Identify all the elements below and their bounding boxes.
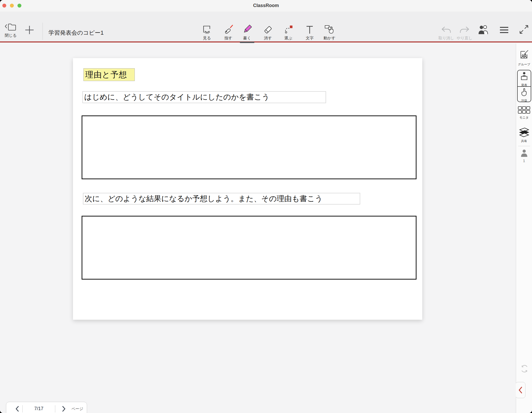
- fullscreen-button[interactable]: [519, 25, 529, 34]
- tool-point-button[interactable]: 指す: [218, 23, 238, 41]
- previous-page-button[interactable]: [14, 405, 21, 412]
- prompt-textbox-1[interactable]: はじめに、どうしてそのタイトルにしたのかを書こう: [82, 91, 326, 103]
- tool-select-label: 選ぶ: [278, 36, 298, 41]
- app-window: ClassRoom 閉じる 学習発表会のコピー1: [0, 0, 532, 413]
- toolbar: 閉じる 学習発表会のコピー1 見る: [0, 12, 532, 42]
- page-indicator: 7/17: [25, 406, 53, 411]
- tool-text-button[interactable]: 文字: [300, 23, 320, 41]
- layers-share-icon: [518, 127, 530, 138]
- move-hand-icon: [324, 24, 335, 35]
- red-chevron-left-icon: [517, 386, 524, 394]
- redo-button[interactable]: やり直し: [455, 23, 474, 41]
- redo-icon: [459, 26, 470, 35]
- view-eye-icon: [202, 24, 212, 35]
- tool-view-label: 見る: [197, 36, 217, 41]
- tool-select-button[interactable]: 選ぶ: [278, 23, 298, 41]
- participant-count-value: 1: [516, 159, 532, 163]
- page-heading-highlighted[interactable]: 理由と予想: [83, 68, 135, 81]
- undo-icon: [441, 26, 452, 35]
- expand-arrows-icon: [519, 25, 529, 34]
- sidebar-group-label: グループ: [516, 63, 532, 66]
- plus-icon: [24, 25, 35, 35]
- tool-write-label: 書く: [237, 36, 257, 41]
- pager-label: ページ: [71, 406, 83, 411]
- chevron-right-icon: [61, 405, 66, 412]
- eraser-icon: [262, 24, 273, 35]
- toolbar-divider: [42, 23, 43, 40]
- worksheet-page[interactable]: 理由と予想 はじめに、どうしてそのタイトルにしたのかを書こう 次に、どのような結…: [73, 58, 422, 320]
- participants-button[interactable]: [478, 25, 490, 35]
- answer-box-2[interactable]: [82, 216, 417, 280]
- participant-person-icon: [520, 149, 528, 157]
- menu-button[interactable]: [499, 26, 509, 34]
- right-sidebar: グループ 発表 注目: [516, 44, 532, 413]
- pager-divider-right: [55, 405, 55, 412]
- presenter-icon: [519, 71, 529, 82]
- sidebar-divider: [518, 146, 530, 146]
- tool-point-label: 指す: [218, 36, 238, 41]
- tool-move-button[interactable]: 動かす: [320, 23, 339, 41]
- refresh-icon: [520, 364, 529, 373]
- collapse-panel-tab[interactable]: [515, 382, 525, 398]
- pencil-icon: [242, 24, 253, 35]
- sidebar-share-label: 共有: [516, 139, 532, 143]
- sidebar-group-button[interactable]: グループ: [516, 49, 532, 66]
- lasso-select-icon: [283, 24, 294, 35]
- document-title: 学習発表会のコピー1: [48, 29, 104, 37]
- close-document-label: 閉じる: [1, 33, 21, 38]
- text-tool-icon: [304, 24, 315, 35]
- chevron-left-icon: [15, 405, 20, 412]
- tool-text-label: 文字: [300, 36, 320, 41]
- app-title: ClassRoom: [0, 3, 532, 8]
- title-bar: ClassRoom: [0, 0, 532, 12]
- next-page-button[interactable]: [60, 405, 68, 412]
- active-tool-indicator: [240, 42, 254, 43]
- sync-button[interactable]: [520, 364, 529, 373]
- page-navigator: 7/17 ページ: [6, 402, 87, 413]
- tool-erase-label: 消す: [258, 36, 278, 41]
- present-attention-group: 発表 注目: [517, 70, 531, 102]
- hamburger-icon: [499, 26, 509, 34]
- undo-button[interactable]: 取り消し: [436, 23, 456, 41]
- sidebar-monitor-button[interactable]: モニタ: [516, 106, 532, 120]
- monitor-grid-icon: [518, 106, 531, 114]
- sidebar-share-button[interactable]: 共有: [516, 127, 532, 143]
- participant-count[interactable]: 1: [516, 149, 532, 163]
- group-board-icon: [518, 49, 530, 61]
- redo-label: やり直し: [455, 36, 474, 41]
- close-document-button[interactable]: 閉じる: [1, 22, 21, 38]
- laser-pointer-icon: [223, 24, 234, 35]
- sidebar-attention-label: 注目: [518, 99, 531, 103]
- answer-box-1[interactable]: [82, 115, 417, 179]
- add-page-button[interactable]: [24, 25, 35, 35]
- sidebar-monitor-label: モニタ: [516, 116, 532, 120]
- canvas-area[interactable]: 理由と予想 はじめに、どうしてそのタイトルにしたのかを書こう 次に、どのような結…: [0, 44, 516, 413]
- undo-label: 取り消し: [436, 36, 456, 41]
- pager-divider-left: [22, 405, 23, 412]
- back-folder-icon: [4, 22, 17, 32]
- tool-view-button[interactable]: 見る: [197, 23, 217, 41]
- people-icon: [478, 25, 490, 35]
- pointing-hand-icon: [519, 88, 529, 97]
- prompt-textbox-2[interactable]: 次に、どのような結果になるか予想しよう。また、その理由も書こう: [83, 193, 360, 205]
- tool-move-label: 動かす: [320, 36, 339, 41]
- sidebar-attention-button[interactable]: 注目: [518, 88, 531, 103]
- segment-divider: [518, 86, 531, 87]
- tool-write-button[interactable]: 書く: [237, 23, 257, 41]
- sidebar-present-button[interactable]: 発表: [518, 71, 531, 87]
- tool-erase-button[interactable]: 消す: [258, 23, 278, 41]
